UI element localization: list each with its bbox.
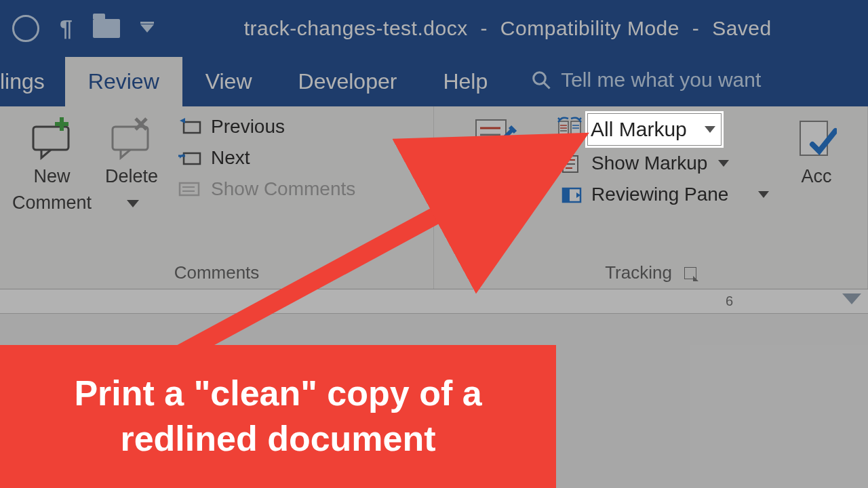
svg-rect-10 [180,183,199,195]
title-bar: ¶ track-changes-test.docx - Compatibilit… [0,0,868,56]
compatibility-mode-label: Compatibility Mode [500,17,679,39]
show-markup-button[interactable]: Show Markup [556,150,773,177]
ribbon-tabs: lings Review View Developer Help Tell me… [0,56,868,106]
next-comment-button[interactable]: Next [173,144,359,171]
track-changes-button[interactable]: Track Changes [443,112,545,257]
track-changes-line2: Changes [450,192,524,213]
tab-mailings-partial[interactable]: lings [0,57,65,106]
delete-comment-icon [107,115,156,161]
reviewing-pane-label: Reviewing Pane [591,184,728,205]
window-title: track-changes-test.docx - Compatibility … [154,17,861,40]
search-icon [531,70,551,90]
markup-display-value: All Markup [591,118,687,141]
title-sep: - [481,17,488,39]
svg-rect-9 [184,153,200,164]
previous-comment-icon [177,117,203,137]
accept-label: Acc [801,166,831,187]
document-filename: track-changes-test.docx [244,17,468,39]
new-comment-icon [28,115,77,161]
tab-developer[interactable]: Developer [275,57,420,106]
next-label: Next [211,147,250,169]
ruler-tick-6: 6 [726,293,733,309]
group-tracking-label: Tracking [443,257,858,287]
right-indent-marker-icon[interactable] [842,293,861,304]
new-comment-line2: Comment [12,192,92,216]
reviewing-pane-button[interactable]: Reviewing Pane [556,181,773,208]
previous-comment-button[interactable]: Previous [173,113,359,140]
new-comment-line1: New [34,166,71,187]
save-status: Saved [712,17,772,39]
svg-rect-17 [559,121,568,139]
show-comments-label: Show Comments [211,178,355,200]
svg-line-1 [544,83,550,89]
open-folder-icon[interactable] [93,19,120,38]
svg-point-0 [534,73,546,85]
chevron-down-icon [127,200,139,207]
delete-label: Delete [105,166,158,187]
accept-button-partial[interactable]: Acc [789,112,844,257]
reviewing-pane-icon [560,184,583,205]
track-changes-icon [468,115,521,161]
show-markup-icon [560,153,583,174]
chevron-down-icon [718,160,729,167]
chevron-down-icon [526,200,538,207]
show-markup-label: Show Markup [591,152,707,174]
tab-review[interactable]: Review [65,57,182,106]
previous-label: Previous [211,116,285,138]
svg-rect-29 [563,188,570,202]
ruler[interactable]: 6 [0,289,868,314]
group-comments: New Comment Delete Previous [0,106,434,289]
quick-access-toolbar: ¶ [7,15,154,42]
display-for-review-icon [556,116,583,143]
show-comments-button[interactable]: Show Comments [173,176,359,203]
svg-rect-8 [184,122,200,133]
ribbon: New Comment Delete Previous [0,106,868,289]
show-comments-icon [177,179,203,199]
tab-help[interactable]: Help [420,57,511,106]
annotation-text: Print a "clean" copy of a redlined docum… [74,373,481,459]
svg-rect-5 [113,127,148,150]
next-comment-icon [177,148,203,168]
display-for-review-dropdown[interactable]: All Markup [587,113,722,146]
tell-me-placeholder: Tell me what you want [561,68,761,92]
annotation-callout: Print a "clean" copy of a redlined docum… [0,345,556,488]
title-sep2: - [692,17,700,39]
touch-mode-icon[interactable] [12,15,39,42]
tab-view[interactable]: View [182,57,275,106]
chevron-down-icon [705,126,715,133]
chevron-down-icon [758,191,769,198]
svg-rect-21 [571,121,580,139]
delete-comment-button[interactable]: Delete [98,112,165,257]
tell-me-search[interactable]: Tell me what you want [511,60,774,106]
group-comments-label: Comments [9,257,424,287]
qat-customize-icon[interactable] [140,24,154,33]
track-changes-line1: Track [472,166,517,187]
pilcrow-icon[interactable]: ¶ [60,15,73,41]
group-tracking: Track Changes All Markup [434,106,868,289]
dialog-launcher-icon[interactable] [684,267,696,279]
accept-icon [796,115,837,161]
new-comment-button[interactable]: New Comment [5,112,98,257]
